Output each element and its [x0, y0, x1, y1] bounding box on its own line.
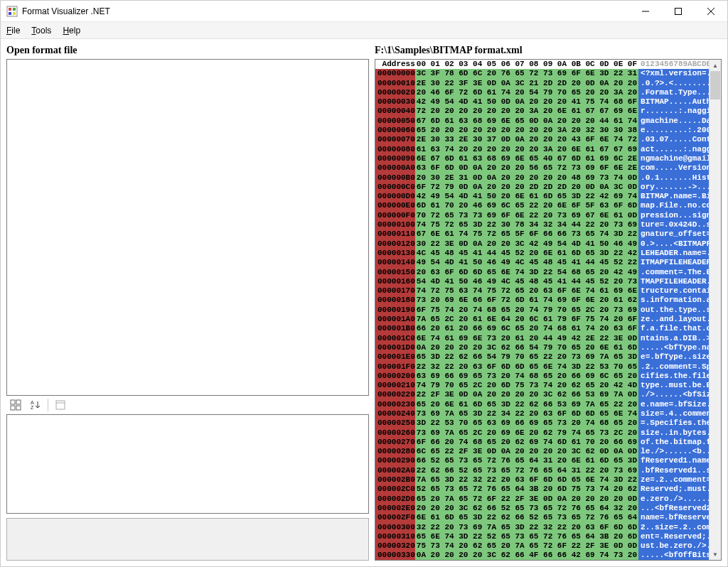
hex-ascii: 0123456789ABCDEF: [638, 60, 709, 69]
hex-address: 000001D0: [375, 343, 415, 352]
hex-bytes: 6F 66 20 74 68 65 20 62 69 74 6D 61 70 2…: [415, 438, 638, 447]
property-pages-button[interactable]: [53, 397, 68, 413]
hex-ascii: type..must.be.BM: [638, 381, 709, 390]
hex-ascii: .0.1.......Hist.: [638, 173, 709, 183]
hex-address: 00000120: [375, 239, 415, 249]
hex-bytes: 22 2F 3E 0D 0A 20 20 20 20 3C 62 66 53 6…: [415, 390, 638, 399]
hex-ascii: e.name=.bfSize..: [638, 400, 709, 409]
hex-bytes: 30 22 3E 0D 0A 20 20 3C 42 49 54 4D 41 5…: [415, 239, 638, 249]
hex-ascii: f.a.file.that.co: [638, 324, 709, 333]
hex-bytes: 66 52 65 73 65 72 76 65 64 31 20 6E 61 6…: [415, 456, 638, 465]
hex-address: 00000290: [375, 456, 415, 465]
hex-ascii: .03.07.....Contr: [638, 135, 709, 144]
hex-row: 0000023065 20 6E 61 6D 65 3D 22 62 66 53…: [375, 400, 709, 409]
close-button[interactable]: [695, 1, 727, 22]
hex-bytes: 6E 74 61 69 6E 73 20 61 20 44 49 42 2E 2…: [415, 334, 638, 343]
hex-bytes: 42 49 54 4D 41 50 0D 0A 20 20 20 41 75 7…: [415, 97, 638, 107]
hex-address: 000001A0: [375, 315, 415, 324]
hex-row: 0000004072 20 20 20 20 20 20 20 3A 20 6E…: [375, 107, 709, 116]
hex-scrollbar[interactable]: ▲ ▼: [709, 60, 721, 560]
hex-address: 00000310: [375, 532, 415, 541]
scroll-down-icon[interactable]: ▼: [710, 549, 721, 560]
hex-ascii: BITMAP.....Autho: [638, 97, 709, 107]
format-tree-panel[interactable]: [6, 59, 369, 396]
hex-bytes: 65 6E 74 3D 22 52 65 73 65 72 76 65 64 3…: [415, 532, 638, 541]
hex-address: 00000100: [375, 220, 415, 230]
hex-ascii: pression...signa: [638, 211, 709, 220]
hex-ascii: ory.......->...<: [638, 183, 709, 192]
hex-row: 0000008061 63 74 20 20 20 20 20 20 3A 20…: [375, 145, 709, 154]
hex-bytes: 74 72 75 63 74 75 72 65 20 63 6F 6E 74 6…: [415, 286, 638, 296]
hex-row: 0000021074 79 70 65 2C 20 6D 75 73 74 20…: [375, 381, 709, 390]
hex-row: 000002B07A 65 3D 22 32 22 20 63 6F 6D 6D…: [375, 475, 709, 485]
menu-help[interactable]: Help: [63, 26, 80, 36]
hex-ascii: tructure.contain: [638, 286, 709, 296]
maximize-button[interactable]: [662, 1, 695, 22]
hex-address: 000002E0: [375, 504, 415, 513]
alphabetical-button[interactable]: AZ: [28, 397, 43, 413]
toolbar-separator: [48, 399, 48, 411]
hex-table[interactable]: Address00 01 02 03 04 05 06 07 08 09 0A …: [375, 60, 709, 560]
hex-ascii: gmachine.....Dat: [638, 117, 709, 126]
app-icon: [6, 6, 18, 17]
hex-row: 000002A022 62 66 52 65 73 65 72 76 65 64…: [375, 466, 709, 475]
hex-ascii: le./>......<b...: [638, 447, 709, 456]
description-panel: [6, 518, 369, 561]
hex-row: 0000017074 72 75 63 74 75 72 65 20 63 6F…: [375, 286, 709, 296]
hex-ascii: ust.be.zero./>..: [638, 541, 709, 551]
hex-row: Address00 01 02 03 04 05 06 07 08 09 0A …: [375, 60, 709, 69]
hex-row: 000001906F 75 74 20 74 68 65 20 74 79 70…: [375, 306, 709, 315]
svg-rect-15: [56, 401, 65, 409]
hex-ascii: e.zero./>.......: [638, 495, 709, 504]
hex-row: 000001C06E 74 61 69 6E 73 20 61 20 44 49…: [375, 334, 709, 343]
hex-bytes: 7A 65 3D 22 32 22 20 63 6F 6D 6D 65 6E 7…: [415, 475, 638, 485]
hex-bytes: 0A 20 20 20 20 3C 62 66 54 79 70 65 20 6…: [415, 343, 638, 352]
hex-row: 000000102E 30 22 3F 3E 0D 0A 3C 21 2D 2D…: [375, 79, 709, 88]
hex-ascii: .0.?>.<.........: [638, 79, 709, 88]
hex-bytes: 61 63 74 20 20 20 20 20 20 3A 20 6E 61 6…: [415, 145, 638, 154]
hex-row: 000000D042 49 54 4D 41 50 20 6E 61 6D 65…: [375, 192, 709, 201]
hex-address: 00000140: [375, 258, 415, 267]
hex-address: 000000F0: [375, 211, 415, 220]
categorized-button[interactable]: [8, 397, 23, 413]
hex-ascii: e=.bfType..size=: [638, 352, 709, 362]
hex-ascii: Reserved;.must.b: [638, 485, 709, 494]
hex-address: 000001E0: [375, 352, 415, 362]
property-grid[interactable]: [6, 414, 369, 514]
right-pane: F:\1\Samples\BITMAP format.xml Address00…: [375, 43, 722, 561]
svg-rect-2: [13, 8, 16, 11]
hex-row: 000000906E 67 6D 61 63 68 69 6E 65 40 67…: [375, 154, 709, 163]
hex-bytes: 6F 75 74 20 74 68 65 20 74 79 70 65 2C 2…: [415, 306, 638, 315]
hex-bytes: 20 30 2E 31 0D 0A 20 20 20 20 20 48 69 7…: [415, 173, 638, 183]
hex-ascii: ngmachine@gmail.: [638, 154, 709, 163]
hex-row: 000001D00A 20 20 20 20 3C 62 66 54 79 70…: [375, 343, 709, 352]
hex-ascii: ITMAPFILEHEADER.: [638, 258, 709, 267]
hex-address: 000001B0: [375, 324, 415, 333]
hex-ascii: out.the.type..si: [638, 306, 709, 315]
svg-rect-12: [16, 406, 21, 410]
hex-row: 000000B020 30 2E 31 0D 0A 20 20 20 20 20…: [375, 173, 709, 183]
menu-file[interactable]: File: [6, 26, 20, 36]
minimize-button[interactable]: [629, 1, 662, 22]
scroll-thumb[interactable]: [710, 71, 720, 99]
hex-ascii: fReserved1.name=: [638, 456, 709, 465]
hex-address: 00000200: [375, 372, 415, 381]
hex-row: 000001B066 20 61 20 66 69 6C 65 20 74 68…: [375, 324, 709, 333]
hex-row: 000002F06E 61 6D 65 3D 22 62 66 52 65 73…: [375, 513, 709, 522]
hex-bytes: 22 62 66 52 65 73 65 72 76 65 64 31 22 2…: [415, 466, 638, 475]
hex-ascii: ntains.a.DIB..>.: [638, 334, 709, 343]
hex-bytes: 54 4D 41 50 46 49 4C 45 48 45 41 44 45 5…: [415, 277, 638, 286]
hex-row: 0000032075 73 74 20 62 65 20 7A 65 72 6F…: [375, 541, 709, 551]
scroll-up-icon[interactable]: ▲: [710, 60, 721, 71]
hex-bytes: 00 01 02 03 04 05 06 07 08 09 0A 0B 0C 0…: [415, 60, 638, 69]
hex-ascii: gnature_offset=.: [638, 230, 709, 239]
menu-tools[interactable]: Tools: [31, 26, 51, 36]
hex-ascii: BITMAP.name=.Bit: [638, 192, 709, 201]
svg-rect-4: [13, 12, 16, 15]
hex-row: 000000F070 72 65 73 73 69 6F 6E 22 20 73…: [375, 211, 709, 220]
hex-row: 000002706F 66 20 74 68 65 20 62 69 74 6D…: [375, 438, 709, 447]
hex-ascii: .....<bfOffBits.: [638, 551, 709, 560]
hex-ascii: cifies.the.file.: [638, 372, 709, 381]
hex-ascii: 2..size=.2..comm: [638, 523, 709, 532]
hex-ascii: e.........:.2008: [638, 126, 709, 135]
